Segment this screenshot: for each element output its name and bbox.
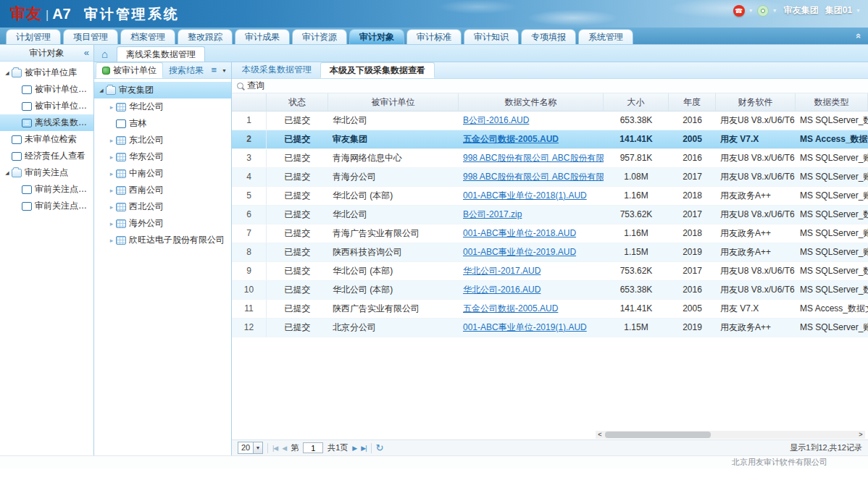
page-size-select[interactable]: 20 ▼ (238, 442, 263, 454)
unit-tree-item-2[interactable]: 吉林 (94, 115, 231, 132)
top-tab-5[interactable]: 审计资源 (292, 29, 347, 44)
top-tab-8[interactable]: 审计知识 (464, 29, 519, 44)
panel-collapse-icon[interactable]: « (854, 33, 864, 38)
table-row-11[interactable]: 11已提交陕西广告实业有限公司五金公司数据-2005.AUD141.41K200… (232, 300, 868, 319)
table-row-4[interactable]: 4已提交青海分公司998 ABC股份有限公司 ABC股份有限公司.AUD1.08… (232, 168, 868, 187)
tree-collapsed-icon[interactable]: ▸ (107, 137, 116, 144)
table-row-7[interactable]: 7已提交青海广告实业有限公司001-ABC事业单位-2018.AUD1.16M2… (232, 224, 868, 243)
first-page-button[interactable]: |◀ (272, 445, 277, 452)
document-tab-0[interactable]: 离线采集数据管理 (117, 46, 205, 62)
table-row-9[interactable]: 9已提交华北公司 (本部)华北公司-2017.AUD753.62K2017用友U… (232, 262, 868, 281)
scrollbar-thumb[interactable] (605, 432, 711, 438)
file-link[interactable]: 五金公司数据-2005.AUD (463, 303, 558, 314)
table-header-cell-software[interactable]: 财务软件 (716, 93, 796, 111)
file-link[interactable]: B公司-2017.zip (463, 209, 522, 219)
sidebar-tree-item-7[interactable]: 审前关注点查看 (0, 181, 93, 198)
file-link[interactable]: 001-ABC事业单位-2018(1).AUD (463, 190, 587, 201)
table-row-12[interactable]: 12已提交北京分公司001-ABC事业单位-2019(1).AUD1.15M20… (232, 319, 868, 337)
table-row-3[interactable]: 3已提交青海网络信息中心998 ABC股份有限公司 ABC股份有限公司.AUD9… (232, 149, 868, 168)
sidebar-collapse-icon[interactable]: « (84, 49, 89, 57)
table-header-cell-file[interactable]: 数据文件名称 (459, 93, 604, 111)
sidebar-tree-item-5[interactable]: 经济责任人查看 (0, 148, 93, 164)
account-dropdown-caret-icon[interactable]: ▼ (856, 8, 861, 13)
table-row-8[interactable]: 8已提交陕西科技咨询公司001-ABC事业单位-2019.AUD1.15M201… (232, 243, 868, 262)
tree-collapsed-icon[interactable]: ▸ (107, 220, 116, 227)
query-button[interactable]: 查询 (232, 79, 868, 93)
sidebar-tree-item-6[interactable]: ◢审前关注点 (0, 164, 93, 181)
top-tab-3[interactable]: 整改跟踪 (178, 29, 233, 44)
content-tab-1[interactable]: 本级及下级采集数据查看 (320, 62, 435, 78)
tree-collapsed-icon[interactable]: ▸ (107, 203, 116, 211)
next-page-button[interactable]: ▶ (352, 445, 356, 452)
unit-tree-item-8[interactable]: ▸海外公司 (94, 215, 231, 232)
file-link[interactable]: 001-ABC事业单位-2019.AUD (463, 247, 576, 257)
unit-tree-item-7[interactable]: ▸西北公司 (94, 198, 231, 215)
top-tab-6[interactable]: 审计对象 (349, 29, 404, 44)
top-tab-10[interactable]: 系统管理 (578, 29, 633, 44)
prev-page-button[interactable]: ◀ (282, 445, 286, 452)
scroll-left-icon[interactable]: < (596, 431, 604, 439)
table-row-2[interactable]: 2已提交审友集团五金公司数据-2005.AUD141.41K2005用友 V7.… (232, 130, 868, 149)
file-link[interactable]: 华北公司-2017.AUD (463, 266, 541, 276)
unit-tree-item-3[interactable]: ▸东北公司 (94, 132, 231, 148)
sidebar-tree-item-3[interactable]: 离线采集数据管理 (0, 114, 93, 131)
unit-tree-item-5[interactable]: ▸中南公司 (94, 165, 231, 182)
table-row-10[interactable]: 10已提交华北公司 (本部)华北公司-2016.AUD653.38K2016用友… (232, 281, 868, 300)
table-header-cell-size[interactable]: 大小 (604, 93, 669, 111)
unit-panel-tab-1[interactable]: 搜索结果 (163, 62, 209, 78)
file-link[interactable]: 998 ABC股份有限公司 ABC股份有限公司.AUD (463, 153, 604, 163)
file-link[interactable]: 001-ABC事业单位-2018.AUD (463, 228, 576, 238)
top-tab-4[interactable]: 审计成果 (235, 29, 290, 44)
phone-icon[interactable]: ☎ (733, 5, 745, 17)
horizontal-scrollbar[interactable]: < > (596, 431, 865, 439)
unit-tree-item-6[interactable]: ▸西南公司 (94, 182, 231, 198)
table-header-cell-year[interactable]: 年度 (669, 93, 716, 111)
top-tab-0[interactable]: 计划管理 (6, 29, 61, 44)
sidebar-tree-item-2[interactable]: 被审计单位维护 (0, 98, 93, 114)
scroll-right-icon[interactable]: > (856, 431, 865, 439)
top-tab-2[interactable]: 档案管理 (120, 29, 175, 44)
refresh-icon[interactable]: ↻ (376, 444, 384, 453)
unit-tree-item-4[interactable]: ▸华东公司 (94, 148, 231, 165)
tree-collapsed-icon[interactable]: ▸ (107, 104, 116, 111)
table-header-cell-unit[interactable]: 被审计单位 (328, 93, 459, 111)
content-tab-0[interactable]: 本级采集数据管理 (233, 62, 320, 78)
sidebar-tree-item-0[interactable]: ◢被审计单位库 (0, 64, 93, 81)
last-page-button[interactable]: ▶| (361, 445, 366, 452)
phone-dropdown-caret-icon[interactable]: ▼ (748, 8, 754, 13)
unit-tree-item-1[interactable]: ▸华北公司 (94, 98, 231, 115)
sidebar-tree-item-4[interactable]: 未审单位检索 (0, 131, 93, 148)
tree-collapsed-icon[interactable]: ▸ (107, 170, 116, 177)
unit-panel-tab-0[interactable]: 被审计单位 (96, 62, 163, 78)
tree-collapsed-icon[interactable]: ▸ (107, 237, 116, 244)
top-tab-7[interactable]: 审计标准 (406, 29, 462, 44)
file-link[interactable]: 华北公司-2016.AUD (463, 285, 541, 295)
file-link[interactable]: B公司-2016.AUD (463, 115, 529, 125)
sidebar-tree-item-8[interactable]: 审前关注点维护 (0, 198, 93, 214)
table-header-cell-status[interactable]: 状态 (267, 93, 328, 111)
home-icon[interactable]: ⌂ (101, 49, 108, 60)
panel-menu-icon[interactable]: ≡ (211, 66, 217, 75)
unit-tree-item-0[interactable]: ◢审友集团 (94, 82, 231, 98)
sidebar-tree-item-1[interactable]: 被审计单位查看 (0, 81, 93, 98)
file-link[interactable]: 001-ABC事业单位-2019(1).AUD (463, 322, 587, 332)
tree-expanded-icon[interactable]: ◢ (3, 170, 12, 176)
top-tab-9[interactable]: 专项填报 (521, 29, 576, 44)
panel-menu-caret-icon[interactable]: ▼ (222, 68, 227, 73)
user-dropdown-caret-icon[interactable]: ▼ (772, 8, 777, 13)
tree-expanded-icon[interactable]: ◢ (97, 88, 106, 93)
top-tab-1[interactable]: 项目管理 (63, 29, 118, 44)
table-header-cell-idx[interactable] (232, 93, 267, 111)
tree-collapsed-icon[interactable]: ▸ (107, 153, 116, 161)
table-header-cell-dtype[interactable]: 数据类型 (796, 93, 868, 111)
user-status-icon[interactable] (757, 5, 769, 17)
file-link[interactable]: 五金公司数据-2005.AUD (463, 134, 559, 144)
page-number-input[interactable] (303, 442, 323, 453)
table-row-1[interactable]: 1已提交华北公司B公司-2016.AUD653.38K2016用友U8 V8.x… (232, 112, 868, 130)
file-link[interactable]: 998 ABC股份有限公司 ABC股份有限公司.AUD (463, 172, 604, 182)
unit-tree-item-9[interactable]: ▸欣旺达电子股份有限公司 (94, 232, 231, 248)
tree-expanded-icon[interactable]: ◢ (3, 70, 12, 76)
table-row-5[interactable]: 5已提交华北公司 (本部)001-ABC事业单位-2018(1).AUD1.16… (232, 187, 868, 206)
table-row-6[interactable]: 6已提交华北公司B公司-2017.zip753.62K2017用友U8 V8.x… (232, 206, 868, 224)
tree-collapsed-icon[interactable]: ▸ (107, 187, 116, 194)
